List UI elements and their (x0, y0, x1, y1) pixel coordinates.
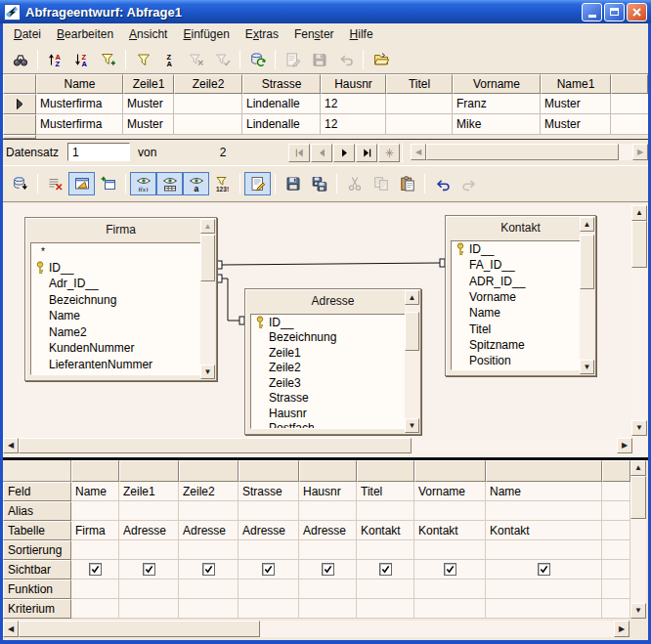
result-cell[interactable] (386, 114, 453, 135)
scroll-left-button[interactable]: ◀ (411, 144, 426, 160)
result-column-header[interactable]: Zeile2 (174, 74, 242, 94)
grid-row-label[interactable]: Kriterium (3, 599, 71, 619)
visible-checkbox[interactable] (538, 563, 550, 576)
grid-row-label[interactable]: Alias (3, 501, 71, 521)
grid-scroll-right-button[interactable]: ▶ (614, 621, 629, 637)
result-cell[interactable]: Mike (453, 114, 541, 135)
grid-cell-alias[interactable] (357, 501, 414, 521)
grid-cell-feld[interactable]: Name (486, 482, 602, 501)
scroll-up-button[interactable]: ▲ (580, 217, 594, 232)
grid-cell-sortierung[interactable] (239, 540, 299, 560)
grid-cell-feld[interactable]: Strasse (239, 482, 299, 501)
result-cell[interactable]: Musterfirma (36, 94, 123, 114)
undo-button[interactable] (429, 172, 456, 195)
open-datasource-button[interactable] (368, 48, 394, 71)
menu-item-fenster[interactable]: Fenster (286, 24, 342, 44)
result-column-header[interactable]: Titel (386, 74, 453, 94)
result-cell[interactable] (174, 114, 242, 135)
copy-button[interactable] (368, 172, 394, 195)
field-item[interactable]: Name (31, 308, 210, 324)
sort-ascending-button[interactable]: AZ (42, 48, 68, 71)
field-item[interactable]: Name (452, 305, 589, 321)
undo-data-button[interactable] (332, 48, 359, 71)
grid-scroll-up-button[interactable]: ▲ (630, 460, 646, 476)
field-list-scrollbar-thumb[interactable] (405, 312, 419, 351)
table-window-title[interactable]: Adresse (245, 289, 420, 313)
field-item[interactable]: Bezeichnung (31, 292, 210, 309)
show-functions-button[interactable]: f(x) (130, 172, 156, 195)
menu-item-ansicht[interactable]: Ansicht (121, 24, 175, 44)
grid-cell-sichtbar[interactable] (357, 560, 414, 580)
grid-column-header[interactable] (414, 460, 486, 482)
grid-cell-funktion[interactable] (179, 580, 239, 599)
grid-column-header[interactable] (179, 460, 239, 482)
field-item[interactable]: Name2 (31, 324, 210, 341)
result-cell[interactable]: Franz (453, 94, 541, 114)
result-corner-header[interactable] (3, 74, 36, 94)
grid-cell-sortierung[interactable] (71, 540, 119, 560)
grid-column-header[interactable] (486, 460, 602, 482)
visible-checkbox[interactable] (379, 563, 392, 576)
grid-cell-sichtbar[interactable] (71, 560, 119, 580)
result-cell[interactable]: Muster (541, 94, 611, 114)
redo-button[interactable] (456, 172, 482, 195)
result-cell[interactable]: Muster (123, 114, 174, 135)
save-record-button[interactable] (306, 48, 332, 71)
remove-filter-button[interactable] (183, 48, 209, 71)
grid-cell-sortierung[interactable] (119, 540, 179, 560)
minimize-button[interactable] (582, 3, 602, 21)
close-button[interactable] (627, 3, 647, 21)
field-item[interactable]: Hausnr (251, 406, 414, 421)
grid-cell-tabelle[interactable]: Adresse (299, 521, 357, 540)
field-item[interactable]: * (31, 243, 210, 260)
field-item[interactable]: Strasse (251, 391, 414, 407)
grid-cell-tabelle[interactable]: Kontakt (414, 521, 486, 540)
field-item[interactable]: Postfach (251, 421, 414, 430)
result-column-header[interactable]: Name1 (541, 74, 611, 94)
scroll-down-button[interactable]: ▼ (405, 418, 419, 433)
menu-item-datei[interactable]: Datei (6, 24, 49, 44)
menu-item-hilfe[interactable]: Hilfe (342, 24, 381, 44)
grid-cell-tabelle[interactable]: Kontakt (357, 521, 414, 540)
field-item[interactable]: Spitzname (452, 337, 589, 353)
grid-cell-sortierung[interactable] (414, 540, 486, 560)
field-item[interactable]: Position (452, 353, 589, 368)
field-item[interactable]: FA_ID__ (452, 257, 589, 273)
scroll-down-button[interactable]: ▼ (200, 365, 215, 379)
result-column-header[interactable]: Hausnr (321, 74, 386, 94)
menu-item-bearbeiten[interactable]: Bearbeiten (49, 24, 121, 44)
app-icon[interactable] (4, 4, 21, 21)
grid-cell-tabelle[interactable]: Firma (71, 521, 119, 540)
grid-h-scrollbar-thumb[interactable] (19, 621, 260, 637)
field-item[interactable]: Titel (452, 321, 589, 336)
grid-cell-alias[interactable] (71, 501, 119, 521)
result-cell[interactable] (386, 94, 453, 114)
standard-filter-button[interactable] (130, 48, 156, 71)
scroll-up-button[interactable]: ▲ (405, 290, 419, 305)
design-scroll-down-button[interactable]: ▼ (631, 420, 647, 436)
table-window-adresse[interactable]: AdresseID__BezeichnungZeile1Zeile2Zeile3… (244, 288, 421, 435)
grid-cell-sichtbar[interactable] (239, 560, 299, 580)
grid-row-label[interactable]: Sortierung (3, 540, 71, 560)
field-item[interactable]: Vorname (452, 289, 589, 305)
grid-cell-kriterium[interactable] (299, 599, 357, 619)
grid-column-header[interactable] (357, 460, 414, 482)
refresh-button[interactable] (244, 48, 271, 71)
field-item[interactable]: Zeile3 (251, 375, 414, 391)
grid-cell-funktion[interactable] (71, 580, 119, 599)
clear-query-button[interactable] (42, 172, 68, 195)
grid-cell-feld[interactable]: Titel (357, 482, 414, 501)
grid-cell-kriterium[interactable] (239, 599, 299, 619)
scroll-right-button[interactable]: ▶ (632, 144, 648, 160)
grid-cell-kriterium[interactable] (119, 599, 179, 619)
grid-cell-alias[interactable] (179, 501, 239, 521)
grid-cell-funktion[interactable] (357, 580, 414, 599)
field-list-scrollbar-thumb[interactable] (200, 235, 215, 281)
table-window-title[interactable]: Firma (25, 218, 216, 241)
run-query-button[interactable] (7, 172, 33, 195)
result-cell[interactable]: 12 (321, 114, 386, 135)
maximize-button[interactable] (604, 3, 625, 21)
edit-data-button[interactable] (280, 48, 306, 71)
table-window-kontakt[interactable]: KontaktID__FA_ID__ADR_ID__VornameNameTit… (445, 215, 596, 376)
design-v-scrollbar-thumb[interactable] (631, 221, 647, 268)
